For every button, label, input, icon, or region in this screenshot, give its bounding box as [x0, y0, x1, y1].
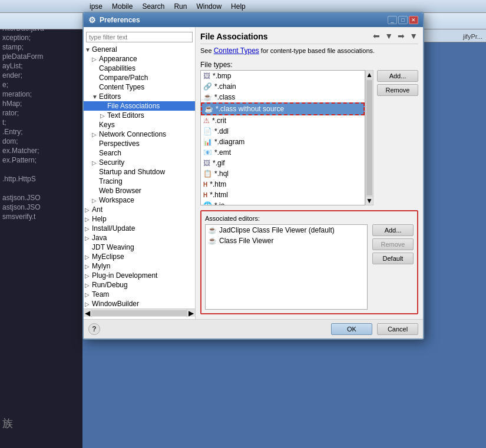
arrow-icon — [92, 188, 99, 194]
tree-item-help[interactable]: ▷ Help — [84, 214, 195, 224]
vertical-scrollbar[interactable]: ▲ ▼ — [365, 70, 373, 205]
tree-item-network[interactable]: ▷ Network Connections — [84, 130, 195, 139]
tree-item-run-debug[interactable]: ▷ Run/Debug — [84, 280, 195, 290]
tree-item-compare[interactable]: Compare/Patch — [84, 73, 195, 82]
tree-item-mylyn[interactable]: ▷ Mylyn — [84, 261, 195, 271]
file-label: *.diagram — [214, 138, 244, 146]
file-list-buttons: Add... Remove — [377, 70, 418, 205]
tree-item-security[interactable]: ▷ Security — [84, 158, 195, 167]
tree-item-window-builder[interactable]: ▷ WindowBuilder — [84, 299, 195, 308]
dialog-titlebar: ⚙ Preferences _ □ ✕ — [84, 13, 423, 27]
file-type-hql[interactable]: 📋 *.hql — [201, 168, 365, 179]
assoc-icon: ☕ — [208, 226, 217, 234]
tree-item-editors[interactable]: ▼ Editors — [84, 92, 195, 101]
dialog-title-text: Preferences — [100, 16, 140, 24]
file-type-ie[interactable]: 🌐 *.ie — [201, 200, 365, 205]
tree-item-startup[interactable]: Startup and Shutdow — [84, 167, 195, 177]
tree-label: Install/Update — [92, 224, 135, 233]
tree-item-workspace[interactable]: ▷ Workspace — [84, 195, 195, 205]
scroll-thumb[interactable] — [92, 310, 187, 316]
file-label: *.html — [210, 191, 228, 199]
scroll-right-btn[interactable]: ▶ — [187, 309, 195, 317]
file-label: *.hql — [214, 170, 229, 178]
file-label: *.emt — [214, 148, 231, 157]
tree-item-ant[interactable]: ▷ Ant — [84, 205, 195, 214]
file-type-html[interactable]: H *.html — [201, 190, 365, 200]
tree-item-capabilities[interactable]: Capabilities — [84, 64, 195, 73]
arrow-icon: ▷ — [85, 235, 92, 241]
filter-input[interactable] — [86, 32, 193, 42]
tree-item-java[interactable]: ▷ Java — [84, 233, 195, 243]
file-type-crit[interactable]: ⚠ *.crit — [201, 115, 365, 126]
file-type-gif[interactable]: 🖼 *.gif — [201, 158, 365, 168]
assoc-remove-button[interactable]: Remove — [372, 238, 414, 250]
arrow-icon: ▼ — [92, 94, 99, 100]
arrow-icon: ▷ — [92, 197, 99, 204]
scroll-thumb-v[interactable] — [366, 80, 372, 195]
footer-buttons: OK Cancel — [331, 323, 418, 335]
tree-label: Appearance — [99, 55, 137, 63]
arrow-icon — [85, 244, 92, 251]
tree-item-general[interactable]: ▼ General — [84, 45, 195, 54]
assoc-default-button[interactable]: Default — [372, 253, 414, 264]
tree-item-file-associations[interactable]: File Associations — [84, 101, 195, 111]
file-icon: 🔗 — [203, 82, 212, 91]
cancel-button[interactable]: Cancel — [377, 323, 418, 335]
arrow-icon: ▷ — [92, 56, 99, 62]
tree-label: JDT Weaving — [92, 243, 134, 251]
assoc-item-classfile[interactable]: ☕ Class File Viewer — [206, 235, 367, 246]
file-add-button[interactable]: Add... — [377, 70, 418, 82]
maximize-button[interactable]: □ — [398, 16, 408, 24]
file-type-diagram[interactable]: 📊 *.diagram — [201, 137, 365, 147]
close-button[interactable]: ✕ — [409, 16, 418, 24]
file-type-class-without-source[interactable]: ☕ *.class without source — [201, 102, 365, 115]
file-type-chain[interactable]: 🔗 *.chain — [201, 81, 365, 92]
horizontal-scrollbar[interactable]: ◀ ▶ — [84, 308, 195, 317]
tree-item-perspectives[interactable]: Perspectives — [84, 139, 195, 148]
tree-item-myeclipse[interactable]: ▷ MyEclipse — [84, 252, 195, 261]
tree-label: Security — [99, 158, 124, 167]
tree-item-tracing[interactable]: Tracing — [84, 177, 195, 186]
file-type-emt[interactable]: 📧 *.emt — [201, 147, 365, 158]
tree-item-jdt-weaving[interactable]: JDT Weaving — [84, 243, 195, 252]
tree-item-search[interactable]: Search — [84, 148, 195, 158]
scroll-down-btn[interactable]: ▼ — [366, 196, 373, 205]
nav-menu-button[interactable]: ▼ — [383, 31, 395, 41]
file-type-ddl[interactable]: 📄 *.ddl — [201, 126, 365, 137]
preferences-dialog: ⚙ Preferences _ □ ✕ ▼ General — [82, 12, 424, 340]
tree-label: Search — [99, 149, 121, 157]
arrow-icon — [92, 178, 99, 185]
ok-button[interactable]: OK — [331, 323, 372, 335]
scroll-left-btn[interactable]: ◀ — [84, 309, 92, 317]
tree-item-plugin-dev[interactable]: ▷ Plug-in Development — [84, 271, 195, 280]
tree-item-content-types[interactable]: Content Types — [84, 82, 195, 92]
minimize-button[interactable]: _ — [388, 16, 397, 24]
file-type-bmp[interactable]: 🖼 *.bmp — [201, 71, 365, 81]
file-type-htm[interactable]: H *.htm — [201, 179, 365, 190]
nav-back-button[interactable]: ⬅ — [371, 31, 382, 41]
associated-editors-label: Associated editors: — [205, 215, 414, 222]
file-icon: 🖼 — [203, 159, 210, 167]
assoc-add-button[interactable]: Add... — [372, 224, 414, 236]
assoc-list[interactable]: ☕ JadClipse Class File Viewer (default) … — [205, 224, 368, 310]
file-icon: 🌐 — [203, 201, 212, 205]
file-remove-button[interactable]: Remove — [377, 84, 418, 96]
scroll-up-btn[interactable]: ▲ — [366, 71, 373, 79]
tree-item-text-editors[interactable]: ▷ Text Editors — [84, 111, 195, 120]
tree-item-team[interactable]: ▷ Team — [84, 290, 195, 299]
tree-item-appearance[interactable]: ▷ Appearance — [84, 54, 195, 64]
tree-item-web-browser[interactable]: Web Browser — [84, 186, 195, 195]
assoc-item-jadclipse[interactable]: ☕ JadClipse Class File Viewer (default) — [206, 225, 367, 235]
tree-scroll[interactable]: ▼ General ▷ Appearance Capabilities Comp… — [84, 45, 195, 308]
file-list[interactable]: 🖼 *.bmp 🔗 *.chain ☕ *.class — [200, 70, 365, 205]
file-type-class[interactable]: ☕ *.class — [201, 92, 365, 102]
file-icon: H — [203, 192, 207, 198]
help-button[interactable]: ? — [88, 323, 100, 335]
tree-item-keys[interactable]: Keys — [84, 120, 195, 130]
tree-item-install[interactable]: ▷ Install/Update — [84, 224, 195, 233]
content-types-link[interactable]: Content Types — [214, 47, 259, 55]
arrow-icon — [92, 150, 99, 157]
nav-forward-button[interactable]: ➡ — [396, 31, 406, 41]
nav-extra-button[interactable]: ▼ — [408, 31, 419, 41]
file-icon: H — [203, 181, 207, 188]
